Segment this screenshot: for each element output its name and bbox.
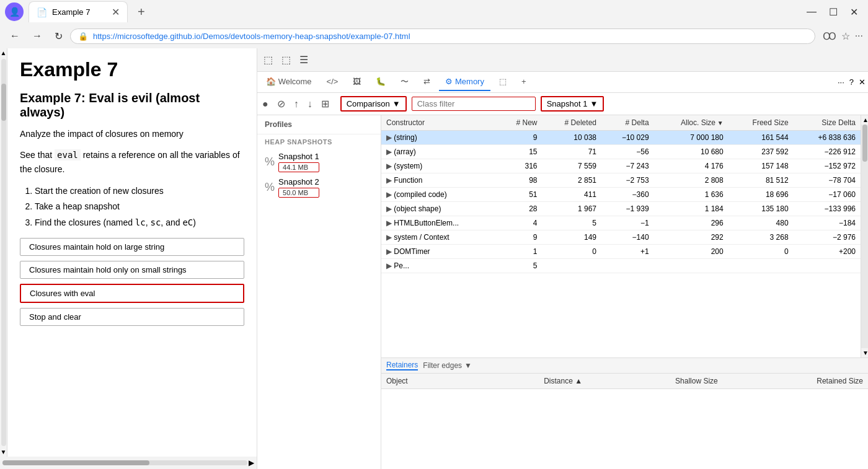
expand-icon[interactable]: ▶ bbox=[386, 190, 392, 199]
refresh-button[interactable]: ↻ bbox=[50, 28, 68, 45]
table-vertical-scrollbar[interactable]: ▲ ▼ bbox=[861, 115, 868, 357]
row-constructor: ▶ (array) bbox=[381, 145, 498, 159]
tab-debugger[interactable]: 🐛 bbox=[370, 73, 392, 91]
page-scroll-up-arrow[interactable]: ▲ bbox=[0, 48, 7, 58]
devtools-close-icon[interactable]: ✕ bbox=[859, 77, 866, 87]
snapshot1-name: Snapshot 1 bbox=[278, 152, 319, 161]
devtools-sidebar-button[interactable]: ☰ bbox=[296, 51, 312, 68]
table-row[interactable]: ▶ (system) 316 7 559 −7 243 4 176 157 14… bbox=[381, 159, 861, 173]
snapshot1-icon: % bbox=[265, 156, 275, 169]
snapshot-item-2[interactable]: % Snapshot 2 50.0 MB bbox=[257, 175, 381, 200]
take-snapshot-button[interactable]: ● bbox=[260, 96, 271, 112]
tab-sources[interactable]: </> bbox=[321, 73, 345, 91]
minimize-button[interactable]: — bbox=[807, 6, 817, 18]
clear-button[interactable]: ⊘ bbox=[275, 95, 288, 112]
horiz-scroll-thumb[interactable] bbox=[2, 460, 149, 465]
upload-button[interactable]: ↑ bbox=[291, 96, 301, 112]
table-row[interactable]: ▶ (array) 15 71 −56 10 680 237 592 −226 … bbox=[381, 145, 861, 159]
expand-icon[interactable]: ▶ bbox=[386, 147, 392, 156]
page-horizontal-scroll[interactable]: ▶ bbox=[0, 457, 257, 469]
expand-icon[interactable]: ▶ bbox=[386, 219, 392, 227]
btn-stop-clear[interactable]: Stop and clear bbox=[20, 308, 244, 326]
row-constructor: ▶ (system) bbox=[381, 159, 498, 173]
profile-settings-icon[interactable]: Ꝏ bbox=[823, 30, 836, 42]
list-item: Start the creation of new closures bbox=[35, 183, 244, 199]
expand-icon[interactable]: ▶ bbox=[386, 261, 392, 270]
tab-performance[interactable]: ⇄ bbox=[417, 73, 436, 91]
devtools-toolbar: ⬚ ⬚ ☰ bbox=[257, 48, 868, 72]
tab-close-button[interactable]: ✕ bbox=[112, 6, 120, 18]
table-row[interactable]: ▶ Pe... 5 bbox=[381, 259, 861, 273]
tab-add[interactable]: + bbox=[515, 73, 533, 91]
table-scroll-thumb[interactable] bbox=[862, 125, 867, 162]
table-row[interactable]: ▶ Function 98 2 851 −2 753 2 808 81 512 … bbox=[381, 173, 861, 188]
tab-elements[interactable]: 🖼 bbox=[347, 73, 367, 91]
btn-large-string[interactable]: Closures maintain hold on large string bbox=[20, 238, 244, 256]
expand-icon[interactable]: ▶ bbox=[386, 133, 392, 142]
filter-edges-dropdown[interactable]: Filter edges ▼ bbox=[423, 361, 472, 370]
profile-icon[interactable]: 👤 bbox=[5, 2, 24, 21]
row-delta: −10 029 bbox=[601, 131, 654, 145]
snapshot2-icon: % bbox=[265, 181, 275, 194]
tab-network[interactable]: 〜 bbox=[394, 72, 415, 92]
expand-icon[interactable]: ▶ bbox=[386, 204, 392, 213]
table-scroll-container[interactable]: Constructor # New # Deleted # Delta Allo… bbox=[381, 115, 861, 357]
more-icon[interactable]: ··· bbox=[838, 77, 844, 87]
col-alloc-size[interactable]: Alloc. Size bbox=[654, 115, 728, 131]
devtools-device-button[interactable]: ⬚ bbox=[278, 51, 294, 68]
comparison-label: Comparison bbox=[347, 99, 390, 108]
url-input[interactable]: https://microsoftedge.github.io/Demos/de… bbox=[93, 32, 807, 41]
snapshot1-info: Snapshot 1 44.1 MB bbox=[278, 152, 319, 172]
help-icon[interactable]: ? bbox=[849, 77, 854, 87]
memory-controls: Comparison ▼ Snapshot 1 ▼ bbox=[335, 96, 866, 112]
col-object: Object bbox=[381, 374, 463, 389]
expand-icon[interactable]: ▶ bbox=[386, 233, 392, 242]
tab-extra[interactable]: ⬚ bbox=[493, 73, 513, 91]
retainers-table-area[interactable]: Object Distance ▲ Shallow Size Retained … bbox=[381, 374, 868, 469]
col-freed-size: Freed Size bbox=[728, 115, 794, 131]
btn-eval-closures[interactable]: Closures with eval bbox=[20, 284, 244, 303]
close-button[interactable]: ✕ bbox=[850, 6, 858, 18]
retainers-tab[interactable]: Retainers bbox=[386, 361, 418, 370]
table-scroll-down[interactable]: ▼ bbox=[861, 348, 868, 357]
class-filter-input[interactable] bbox=[412, 97, 536, 111]
more-options-icon[interactable]: ··· bbox=[855, 30, 863, 42]
snapshot-dropdown[interactable]: Snapshot 1 ▼ bbox=[541, 96, 604, 112]
tab-welcome[interactable]: 🏠 Welcome bbox=[260, 73, 318, 91]
page-vertical-scrollbar[interactable]: ▲ ▼ bbox=[0, 48, 7, 457]
comparison-table-area[interactable]: Constructor # New # Deleted # Delta Allo… bbox=[381, 115, 868, 357]
page-paragraph2: See that eval retains a reference on all… bbox=[20, 148, 244, 176]
snapshot-item-1[interactable]: % Snapshot 1 44.1 MB bbox=[257, 149, 381, 175]
page-scroll-thumb[interactable] bbox=[1, 84, 6, 121]
expand-icon[interactable]: ▶ bbox=[386, 162, 392, 170]
table-row[interactable]: ▶ (compiled code) 51 411 −360 1 636 18 6… bbox=[381, 188, 861, 202]
table-scroll-up[interactable]: ▲ bbox=[861, 115, 868, 125]
expand-icon[interactable]: ▶ bbox=[386, 247, 392, 256]
table-row[interactable]: ▶ (string) 9 10 038 −10 029 7 000 180 16… bbox=[381, 131, 861, 145]
page-scroll-down-arrow[interactable]: ▼ bbox=[0, 447, 7, 457]
network-icon: 〜 bbox=[401, 77, 409, 86]
maximize-button[interactable]: ☐ bbox=[829, 6, 838, 18]
scroll-right-arrow[interactable]: ▶ bbox=[249, 458, 254, 467]
comparison-dropdown[interactable]: Comparison ▼ bbox=[340, 96, 407, 112]
table-scroll-track bbox=[861, 125, 868, 348]
tab-memory[interactable]: ⚙ Memory bbox=[439, 73, 490, 91]
forward-button[interactable]: → bbox=[27, 28, 47, 44]
table-row[interactable]: ▶ DOMTimer 1 0 +1 200 0 +200 bbox=[381, 245, 861, 259]
favorites-icon[interactable]: ☆ bbox=[841, 30, 850, 42]
download-button[interactable]: ↓ bbox=[305, 96, 315, 112]
page-paragraph1: Analyze the impact of closures on memory bbox=[20, 127, 244, 141]
tab-sources-label: </> bbox=[327, 77, 339, 86]
table-row[interactable]: ▶ HTMLButtonElem... 4 5 −1 296 480 −184 bbox=[381, 216, 861, 230]
expand-icon[interactable]: ▶ bbox=[386, 176, 392, 185]
table-row[interactable]: ▶ system / Context 9 149 −140 292 3 268 … bbox=[381, 230, 861, 245]
page-list: Start the creation of new closures Take … bbox=[20, 183, 244, 230]
back-button[interactable]: ← bbox=[5, 28, 25, 44]
table-row[interactable]: ▶ (object shape) 28 1 967 −1 939 1 184 1… bbox=[381, 202, 861, 216]
devtools-inspect-button[interactable]: ⬚ bbox=[260, 51, 277, 68]
collect-garbage-button[interactable]: ⊞ bbox=[319, 95, 332, 112]
new-tab-button[interactable]: + bbox=[133, 2, 150, 22]
comparison-area: Constructor # New # Deleted # Delta Allo… bbox=[381, 115, 868, 469]
browser-tab[interactable]: 📄 Example 7 ✕ bbox=[29, 1, 128, 22]
btn-small-strings[interactable]: Closures maintain hold only on small str… bbox=[20, 261, 244, 279]
